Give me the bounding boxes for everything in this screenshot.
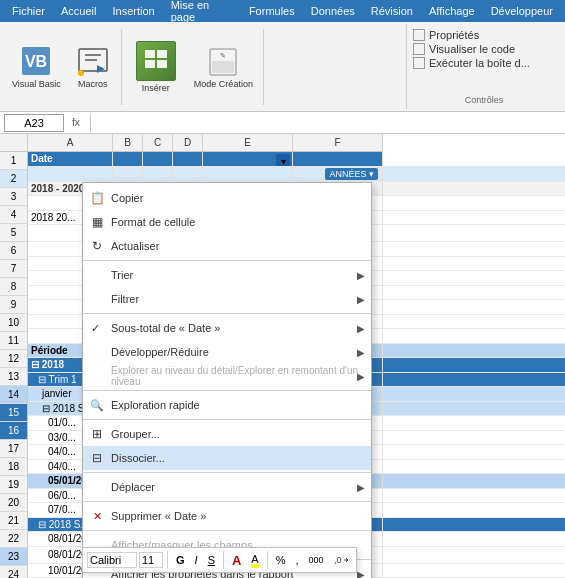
row-header-2: 2 xyxy=(0,170,27,188)
row-header-22: 22 xyxy=(0,530,27,548)
menu-item-quick-explore[interactable]: 🔍 Exploration rapide xyxy=(83,393,371,417)
cell-reference-input[interactable] xyxy=(4,114,64,132)
svg-rect-9 xyxy=(157,50,167,58)
cell-c2 xyxy=(143,167,173,181)
visual-basic-label: Visual Basic xyxy=(12,79,61,90)
row-header-5: 5 xyxy=(0,224,27,242)
corner-cell xyxy=(0,134,28,152)
menu-item-refresh[interactable]: ↻ Actualiser xyxy=(83,234,371,258)
cell-b1 xyxy=(113,152,143,166)
insert-icon xyxy=(136,41,176,81)
arrow-icon: ▶ xyxy=(357,371,365,382)
svg-rect-8 xyxy=(145,50,155,58)
svg-text:,0: ,0 xyxy=(334,555,342,565)
filter-dropdown-icon[interactable]: ▾ xyxy=(276,154,290,166)
menu-item-sort[interactable]: Trier ▶ xyxy=(83,263,371,287)
row-header-4: 4 xyxy=(0,206,27,224)
arrow-icon: ▶ xyxy=(357,270,365,281)
decimal-decrease-button[interactable]: ,0 xyxy=(330,552,352,568)
formula-input[interactable] xyxy=(97,114,561,132)
svg-text:VB: VB xyxy=(25,53,47,70)
row-header-6: 6 xyxy=(0,242,27,260)
menu-item-move[interactable]: Déplacer ▶ xyxy=(83,475,371,499)
arrow-icon: ▶ xyxy=(357,569,365,579)
menu-item-ungroup[interactable]: ⊟ Dissocier... xyxy=(83,446,371,470)
menu-bar: Fichier Accueil Insertion Mise en page F… xyxy=(0,0,565,22)
row-header-20: 20 xyxy=(0,494,27,512)
menu-donnees[interactable]: Données xyxy=(303,3,363,19)
arrow-icon: ▶ xyxy=(357,482,365,493)
decimal-increase-button[interactable]: 000 xyxy=(305,553,328,567)
table-row: ANNÉES ▾ xyxy=(28,167,565,182)
cell-e2 xyxy=(203,167,293,181)
menu-affichage[interactable]: Affichage xyxy=(421,3,483,19)
insert-label: Insérer xyxy=(142,83,170,93)
menu-insertion[interactable]: Insertion xyxy=(104,3,162,19)
annees-badge[interactable]: ANNÉES ▾ xyxy=(325,168,378,180)
menu-item-group[interactable]: ⊞ Grouper... xyxy=(83,422,371,446)
cell-f2: ANNÉES ▾ xyxy=(293,167,383,181)
insert-button[interactable]: Insérer xyxy=(128,37,184,97)
font-color-button[interactable]: A xyxy=(228,551,245,570)
underline-button[interactable]: S xyxy=(204,552,219,568)
col-header-d: D xyxy=(173,134,203,152)
font-selector[interactable] xyxy=(87,552,137,568)
cell-f1 xyxy=(293,152,383,166)
menu-item-copy[interactable]: 📋 Copier xyxy=(83,186,371,210)
formula-function-icon: fx xyxy=(68,117,84,128)
menu-separator-1 xyxy=(83,260,371,261)
row-header-19: 19 xyxy=(0,476,27,494)
col-header-f: F xyxy=(293,134,383,152)
table-row: Date ▾ xyxy=(28,152,565,167)
cell-a1: Date xyxy=(28,152,113,166)
mode-creation-label: Mode Création xyxy=(194,80,253,90)
highlight-button[interactable]: A xyxy=(247,551,262,570)
refresh-icon: ↻ xyxy=(89,238,105,254)
cell-a2 xyxy=(28,167,113,181)
properties-checkbox[interactable] xyxy=(413,29,425,41)
visual-basic-button[interactable]: VB Visual Basic xyxy=(8,39,65,94)
svg-rect-14 xyxy=(212,61,234,73)
run-dialog-item[interactable]: Exécuter la boîte d... xyxy=(413,56,555,70)
row-header-15: 15 xyxy=(0,404,27,422)
row-header-24: 24 xyxy=(0,566,27,578)
menu-developpeur[interactable]: Développeur xyxy=(483,3,561,19)
menu-accueil[interactable]: Accueil xyxy=(53,3,104,19)
macros-button[interactable]: ! Macros xyxy=(71,39,115,94)
menu-formules[interactable]: Formules xyxy=(241,3,303,19)
svg-rect-11 xyxy=(157,60,167,68)
row-headers: 1 2 3 4 5 6 7 8 9 10 11 12 13 14 15 16 1… xyxy=(0,152,28,578)
cell-d1 xyxy=(173,152,203,166)
menu-item-format-cell[interactable]: ▦ Format de cellule xyxy=(83,210,371,234)
ribbon-right-panel: Propriétés Visualiser le code Exécuter l… xyxy=(406,24,561,109)
menu-separator-4 xyxy=(83,419,371,420)
highlight-icon: A xyxy=(251,553,258,568)
comma-button[interactable]: , xyxy=(291,552,302,568)
delete-icon: ✕ xyxy=(89,508,105,524)
arrow-icon: ▶ xyxy=(357,294,365,305)
menu-item-filter[interactable]: Filtrer ▶ xyxy=(83,287,371,311)
properties-item[interactable]: Propriétés xyxy=(413,28,555,42)
properties-label: Propriétés xyxy=(429,29,479,41)
row-header-10: 10 xyxy=(0,314,27,332)
percent-button[interactable]: % xyxy=(272,552,290,568)
formula-bar: fx xyxy=(0,112,565,134)
view-code-checkbox[interactable] xyxy=(413,43,425,55)
menu-item-expand[interactable]: Développer/Réduire ▶ xyxy=(83,340,371,364)
menu-fichier[interactable]: Fichier xyxy=(4,3,53,19)
macros-icon: ! xyxy=(75,43,111,79)
view-code-item[interactable]: Visualiser le code xyxy=(413,42,555,56)
col-header-row: A B C D E F xyxy=(0,134,565,152)
row-header-21: 21 xyxy=(0,512,27,530)
menu-item-delete[interactable]: ✕ Supprimer « Date » xyxy=(83,504,371,528)
font-size-input[interactable] xyxy=(139,552,163,568)
menu-revision[interactable]: Révision xyxy=(363,3,421,19)
macros-label: Macros xyxy=(78,79,108,90)
row-header-13: 13 xyxy=(0,368,27,386)
menu-item-subtotal[interactable]: ✓ Sous-total de « Date » ▶ xyxy=(83,316,371,340)
italic-button[interactable]: I xyxy=(191,552,202,568)
mode-creation-button[interactable]: ✎ Mode Création xyxy=(190,40,257,94)
bold-button[interactable]: G xyxy=(172,552,189,568)
row-header-8: 8 xyxy=(0,278,27,296)
run-dialog-checkbox[interactable] xyxy=(413,57,425,69)
